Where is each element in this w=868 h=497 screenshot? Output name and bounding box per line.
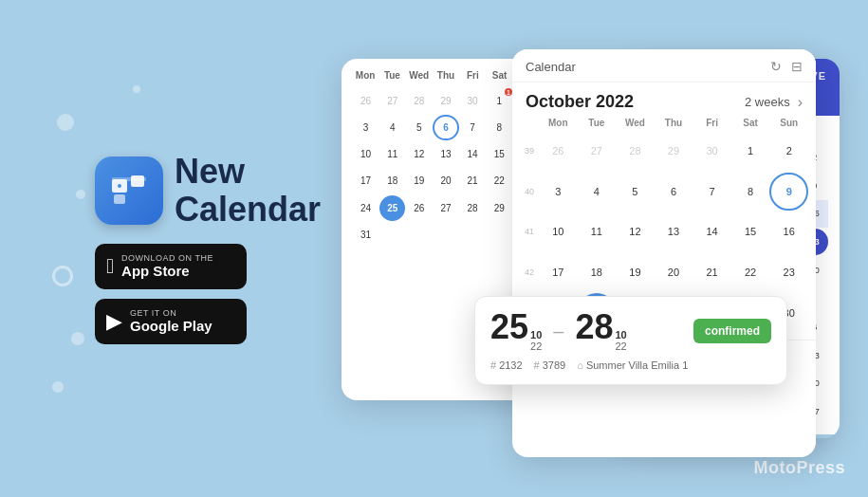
day-t: Tue: [578, 118, 617, 128]
cal-cell[interactable]: 13: [433, 141, 458, 167]
week-num: 42: [520, 253, 539, 292]
cal-cell[interactable]: 28: [406, 88, 432, 114]
cal-main-cell[interactable]: 11: [578, 212, 617, 251]
cal-main-cell[interactable]: 16: [769, 212, 808, 251]
cal-cell[interactable]: 26: [406, 195, 432, 221]
event-start-time: 22: [530, 341, 542, 352]
cal-cell[interactable]: 8: [487, 115, 512, 140]
deco-dot-1: [57, 114, 74, 131]
day-mon: Mon: [353, 70, 378, 81]
cal-cell[interactable]: 5: [406, 115, 432, 140]
cal-cell[interactable]: 28: [460, 195, 486, 221]
event-meta: # 2132 # 3789 ⌂ Summer Villa Emilia 1: [490, 359, 771, 371]
left-cal-grid: 26 27 28 29 30 11 2 3 4 5 6 7 8 9 10 11 …: [353, 88, 539, 248]
event-popup: 25 10 22 – 28 10 22 confirmed: [474, 296, 787, 385]
cal-main-cell[interactable]: 29: [655, 132, 693, 171]
cal-cell[interactable]: 26: [353, 88, 379, 114]
cal-main-cell[interactable]: 20: [655, 253, 693, 292]
event-end-date: 28 10 22: [575, 310, 626, 352]
cal-main-cell-today[interactable]: 9: [769, 173, 808, 212]
room-id-value: 3789: [543, 359, 565, 371]
cal-cell-selected[interactable]: 25: [379, 195, 405, 221]
app-store-button[interactable]:  Download on the App Store: [95, 244, 247, 289]
room-icon: #: [534, 359, 540, 371]
cal-cell[interactable]: 27: [433, 195, 458, 221]
logo-title: New Calendar: [95, 153, 360, 228]
cal-cell[interactable]: 22: [487, 168, 512, 193]
cal-main-cell[interactable]: 22: [731, 253, 770, 292]
cal-cell-today[interactable]: 6: [433, 115, 458, 140]
week-num: 39: [520, 132, 539, 171]
main-calendar-card: Calendar ↻ ⊟ October 2022 2 weeks › Mon …: [512, 49, 816, 457]
location-icon: ⌂: [577, 359, 583, 371]
cal-main-cell[interactable]: 1: [731, 132, 770, 171]
cal-main-cell[interactable]: 3: [539, 173, 578, 212]
deco-dot-5: [52, 381, 64, 393]
cal-cell[interactable]: 15: [487, 141, 512, 167]
cal-main-cell[interactable]: 30: [693, 132, 731, 171]
app-store-text: Download on the App Store: [121, 253, 213, 279]
cal-cell[interactable]: 30: [460, 88, 486, 114]
cal-main-cell[interactable]: 17: [539, 253, 578, 292]
cal-main-cell[interactable]: 19: [616, 253, 655, 292]
cal-main-cell[interactable]: 27: [578, 132, 617, 171]
day-tue: Tue: [379, 70, 404, 81]
table-row: 39 26 27 28 29 30 1 2: [520, 132, 808, 171]
cal-cell[interactable]: 27: [379, 88, 405, 114]
cal-main-cell[interactable]: 8: [731, 173, 770, 212]
cal-cell[interactable]: 20: [433, 168, 458, 193]
cal-cell[interactable]: 7: [460, 115, 486, 140]
cal-cell[interactable]: 29: [433, 88, 458, 114]
next-arrow[interactable]: ›: [798, 94, 803, 111]
cal-main-cell[interactable]: 6: [655, 173, 693, 212]
refresh-icon[interactable]: ↻: [770, 59, 782, 74]
view-label[interactable]: 2 weeks: [745, 95, 790, 109]
cal-cell[interactable]: 29: [487, 195, 512, 221]
cal-cell[interactable]: 18: [379, 168, 405, 193]
event-end-day: 28: [575, 310, 613, 344]
cal-cell[interactable]: 11: [379, 141, 405, 167]
cal-cell[interactable]: 14: [460, 141, 486, 167]
google-play-button[interactable]: ▶ GET IT ON Google Play: [95, 299, 247, 344]
main-cal-header: Calendar ↻ ⊟: [512, 49, 816, 83]
cal-main-cell[interactable]: 5: [616, 173, 655, 212]
cal-cell[interactable]: 12: [406, 141, 432, 167]
cal-main-cell[interactable]: 14: [693, 212, 731, 251]
cal-main-cell[interactable]: 18: [578, 253, 617, 292]
apple-icon: : [106, 254, 114, 279]
cal-cell[interactable]: 11: [487, 88, 512, 114]
deco-dot-3: [71, 332, 84, 345]
cal-main-cell[interactable]: 10: [539, 212, 578, 251]
cal-main-cell[interactable]: 7: [693, 173, 731, 212]
main-content: New Calendar  Download on the App Store…: [95, 38, 811, 459]
cal-cell[interactable]: 3: [353, 115, 379, 140]
week-num: 40: [520, 173, 539, 212]
cal-cell[interactable]: 4: [379, 115, 405, 140]
google-play-name: Google Play: [130, 318, 212, 334]
cal-main-cell[interactable]: 23: [769, 253, 808, 292]
cal-main-cell[interactable]: 28: [616, 132, 655, 171]
logo-svg: [108, 170, 150, 212]
cal-main-cell[interactable]: 12: [616, 212, 655, 251]
cal-cell[interactable]: 19: [406, 168, 432, 193]
month-label: October 2022: [526, 92, 634, 112]
cal-main-cell[interactable]: 2: [769, 132, 808, 171]
cal-main-cell[interactable]: 13: [655, 212, 693, 251]
svg-rect-2: [114, 194, 125, 204]
cal-main-cell[interactable]: 4: [578, 173, 617, 212]
svg-point-3: [118, 184, 121, 188]
app-logo: [95, 156, 163, 225]
event-status-badge: confirmed: [693, 319, 771, 343]
google-play-text: GET IT ON Google Play: [130, 308, 212, 334]
day-sa: Sat: [731, 118, 770, 128]
main-cal-icons: ↻ ⊟: [770, 59, 803, 74]
filter-icon[interactable]: ⊟: [791, 59, 803, 74]
cal-main-cell[interactable]: 26: [539, 132, 578, 171]
cal-main-cell[interactable]: 15: [731, 212, 770, 251]
cal-main-cell[interactable]: 21: [693, 253, 731, 292]
event-separator: –: [553, 321, 563, 342]
event-end-month: 10: [615, 329, 626, 341]
cal-cell[interactable]: 21: [460, 168, 486, 193]
location-value: Summer Villa Emilia 1: [586, 359, 688, 371]
day-sat: Sat: [487, 70, 511, 81]
